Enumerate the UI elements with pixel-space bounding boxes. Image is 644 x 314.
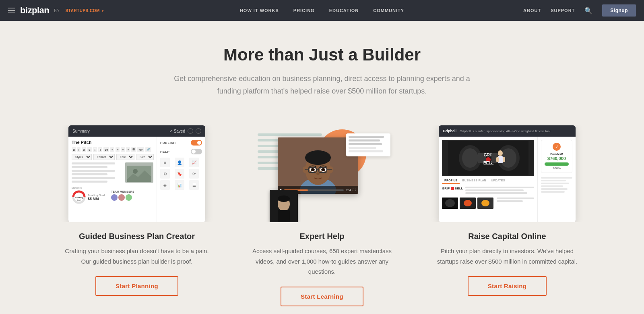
hero-title: More than Just a Builder — [8, 45, 636, 64]
svg-text:Goal: Goal — [77, 199, 81, 201]
svg-point-13 — [328, 166, 333, 173]
svg-rect-42 — [496, 157, 499, 162]
svg-point-47 — [464, 200, 472, 206]
svg-rect-28 — [278, 210, 290, 222]
navbar: bizplan BY STARTUPS.COM ▾ HOW IT WORKS P… — [0, 0, 644, 21]
tab-updates[interactable]: UPDATES — [489, 178, 508, 184]
svg-point-2 — [133, 169, 138, 174]
card-expert-help: ▶ 2:34 ⛶ — [237, 125, 407, 306]
card-expert-image: ▶ 2:34 ⛶ — [237, 125, 407, 222]
by-label: BY — [54, 8, 60, 13]
tab-profile[interactable]: PROFILE — [442, 178, 460, 184]
svg-point-29 — [278, 195, 290, 202]
hero-section: More than Just a Builder Get comprehensi… — [0, 21, 644, 113]
card-bp-image: Summary ✓ Saved The Pitch B I U — [52, 125, 221, 222]
card-raise-capital: Gripbell Gripbell is a safer, space-savi… — [423, 125, 592, 306]
nav-about[interactable]: ABOUT — [523, 8, 541, 13]
features-section: Summary ✓ Saved The Pitch B I U — [0, 113, 644, 314]
card-raise-desc: Pitch your plan directly to investors. W… — [431, 246, 584, 266]
nav-pricing[interactable]: PRICING — [293, 8, 315, 13]
nav-how-it-works[interactable]: HOW IT WORKS — [240, 8, 279, 13]
card-bp-title: Guided Business Plan Creator — [79, 232, 195, 241]
svg-point-12 — [303, 166, 308, 173]
hero-description: Get comprehensive education on business … — [173, 73, 471, 97]
card-raise-title: Raise Capital Online — [468, 232, 546, 241]
card-expert-desc: Access self-guided courses, 650 expert m… — [246, 246, 398, 277]
start-learning-button[interactable]: Start Learning — [281, 287, 363, 306]
card-guided-bp: Summary ✓ Saved The Pitch B I U — [52, 125, 221, 306]
card-raise-image: Gripbell Gripbell is a safer, space-savi… — [423, 125, 592, 222]
svg-text:Funding: Funding — [75, 196, 83, 199]
search-icon[interactable]: 🔍 — [584, 7, 592, 15]
svg-point-40 — [498, 150, 503, 156]
svg-point-45 — [445, 199, 455, 207]
logo[interactable]: bizplan — [20, 5, 49, 16]
svg-point-49 — [481, 200, 489, 206]
svg-point-32 — [462, 148, 478, 168]
hamburger-menu[interactable] — [8, 8, 15, 13]
card-expert-title: Expert Help — [299, 232, 344, 241]
tab-business-plan[interactable]: BUSINESS PLAN — [460, 178, 489, 184]
start-planning-button[interactable]: Start Planning — [95, 276, 178, 296]
start-raising-button[interactable]: Start Raising — [468, 276, 547, 296]
svg-point-18 — [312, 168, 314, 171]
svg-point-11 — [305, 150, 331, 165]
brand-label[interactable]: STARTUPS.COM ▾ — [66, 8, 104, 13]
nav-education[interactable]: EDUCATION — [329, 8, 359, 13]
svg-point-19 — [322, 168, 324, 171]
signup-button[interactable]: Signup — [602, 4, 636, 17]
svg-rect-43 — [503, 157, 505, 162]
svg-point-25 — [316, 173, 320, 175]
nav-support[interactable]: SUPPORT — [551, 8, 575, 13]
nav-community[interactable]: COMMUNITY — [373, 8, 404, 13]
brand-arrow-icon: ▾ — [102, 9, 104, 13]
card-bp-desc: Crafting your business plan doesn't have… — [60, 246, 213, 266]
